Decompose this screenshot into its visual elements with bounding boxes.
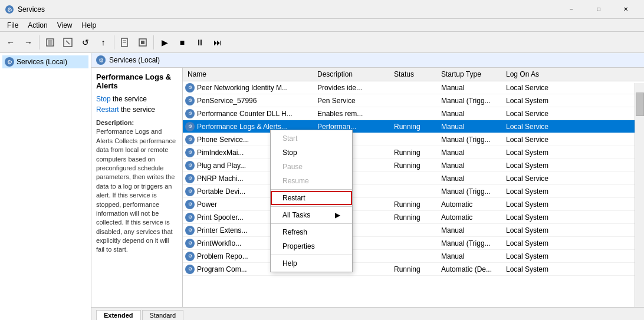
table-row[interactable]: ⚙ Portable Devi... ro... Manual (Trigg..… [183, 185, 644, 198]
toolbar-btn-3[interactable]: ↺ [77, 34, 94, 51]
menu-help[interactable]: Help [77, 20, 101, 31]
table-row[interactable]: ⚙ PenService_57996 Pen Service Manual (T… [183, 94, 644, 107]
ctx-sep [271, 223, 352, 224]
services-header: ⚙ Services (Local) [91, 53, 644, 68]
ctx-item-label: Start [282, 134, 297, 143]
toolbar-forward[interactable]: → [20, 34, 37, 51]
row-icon: ⚙ [185, 161, 195, 170]
ctx-item-help[interactable]: Help [271, 256, 352, 270]
desc-text: Description: Performance Logs and Alerts… [96, 118, 178, 255]
row-name: Problem Repo... [197, 252, 248, 260]
scrollbar[interactable] [635, 83, 644, 307]
ctx-sep [271, 206, 352, 207]
ctx-item-restart[interactable]: Restart [271, 191, 352, 205]
row-name-cell: ⚙ Performance Counter DLL H... [183, 109, 313, 118]
ctx-item-label: Pause [282, 163, 303, 171]
title-bar: ⚙ Services − □ ✕ [0, 0, 644, 19]
ctx-item-properties[interactable]: Properties [271, 239, 352, 253]
tree-icon: ⚙ [5, 57, 14, 67]
maximize-button[interactable]: □ [585, 0, 612, 19]
svg-text:⚙: ⚙ [7, 6, 12, 13]
tree-item-services-local[interactable]: ⚙ Services (Local) [2, 55, 88, 68]
toolbar-btn-6[interactable] [134, 34, 151, 51]
table-row[interactable]: ⚙ Peer Networking Identity M... Provides… [183, 81, 644, 94]
toolbar-btn-4[interactable]: ↑ [95, 34, 111, 51]
row-startup: Manual [436, 84, 501, 92]
svg-rect-3 [48, 40, 52, 45]
ctx-item-stop[interactable]: Stop [271, 146, 352, 160]
table-row[interactable]: ⚙ PrintWorkflo... ip... Manual (Trigg...… [183, 237, 644, 250]
row-icon: ⚙ [185, 148, 195, 157]
menu-view[interactable]: View [52, 20, 77, 31]
row-desc: Pen Service [313, 97, 389, 105]
row-logon: Local System [501, 200, 566, 209]
ctx-item-label: Restart [282, 194, 305, 202]
row-icon: ⚙ [185, 239, 195, 248]
ctx-item-label: All Tasks [282, 211, 310, 219]
ctx-item-all-tasks[interactable]: All Tasks▶ [271, 208, 352, 222]
row-startup: Automatic [436, 213, 501, 222]
menu-file[interactable]: File [2, 20, 23, 31]
row-logon: Local Service [501, 174, 566, 183]
table-row[interactable]: ⚙ Power o... Running Automatic Local Sys… [183, 198, 644, 211]
table-row[interactable]: ⚙ Printer Extens... e... Manual Local Sy… [183, 224, 644, 237]
row-icon: ⚙ [185, 200, 195, 209]
row-desc: Enables rem... [313, 110, 389, 118]
ctx-item-start: Start [271, 131, 352, 146]
col-header-status[interactable]: Status [389, 70, 436, 78]
scrollbar-thumb[interactable] [636, 93, 644, 116]
row-icon: ⚙ [185, 213, 195, 222]
right-panel: ⚙ Services (Local) Performance Logs & Al… [91, 53, 644, 320]
toolbar-back[interactable]: ← [2, 34, 19, 51]
row-status: Running [389, 200, 436, 209]
row-icon: ⚙ [185, 135, 195, 144]
toolbar-sep-2 [114, 35, 114, 50]
toolbar-skip[interactable]: ⏭ [209, 34, 226, 51]
toolbar-pause[interactable]: ⏸ [192, 34, 208, 51]
window-title: Services [18, 5, 558, 14]
col-header-name[interactable]: Name [183, 70, 313, 78]
ctx-item-refresh[interactable]: Refresh [271, 225, 352, 239]
row-icon: ⚙ [185, 109, 195, 118]
row-startup: Manual [436, 226, 501, 235]
row-name-cell: ⚙ PenService_57996 [183, 96, 313, 105]
row-logon: Local System [501, 265, 566, 273]
toolbar-play[interactable]: ▶ [156, 34, 173, 51]
col-header-logon[interactable]: Log On As [501, 70, 566, 78]
ctx-item-resume: Resume [271, 174, 352, 188]
row-logon: Local System [501, 239, 566, 248]
menu-action[interactable]: Action [23, 20, 52, 31]
table-row[interactable]: ⚙ Phone Service... h... Manual (Trigg...… [183, 133, 644, 146]
restart-link[interactable]: Restart [96, 105, 119, 114]
menu-bar: File Action View Help [0, 19, 644, 32]
ctx-sep [271, 255, 352, 255]
col-header-startup[interactable]: Startup Type [436, 70, 501, 78]
table-row[interactable]: ⚙ PNRP Machi... e... Manual Local Servic… [183, 172, 644, 185]
toolbar-btn-5[interactable] [117, 34, 133, 51]
toolbar-btn-2[interactable] [60, 34, 76, 51]
row-status: Running [389, 161, 436, 170]
table-row[interactable]: ⚙ Performance Logs & Alerts... Performan… [183, 120, 644, 133]
tab-extended[interactable]: Extended [96, 310, 141, 320]
table-row[interactable]: ⚙ Program Com... ... Running Automatic (… [183, 263, 644, 276]
toolbar-stop[interactable]: ■ [174, 34, 190, 51]
row-startup: Manual [436, 110, 501, 118]
stop-link[interactable]: Stop [96, 95, 111, 103]
row-logon: Local System [501, 187, 566, 196]
row-icon: ⚙ [185, 187, 195, 196]
row-name: PrintWorkflo... [197, 239, 241, 248]
row-startup: Manual [436, 149, 501, 157]
close-button[interactable]: ✕ [612, 0, 639, 19]
table-row[interactable]: ⚙ Performance Counter DLL H... Enables r… [183, 107, 644, 120]
minimize-button[interactable]: − [558, 0, 585, 19]
table-row[interactable]: ⚙ Print Spooler... ... Running Automatic… [183, 211, 644, 224]
row-name: Performance Counter DLL H... [197, 110, 293, 118]
col-header-desc[interactable]: Description [313, 70, 389, 78]
restart-text: the service [119, 105, 155, 114]
table-row[interactable]: ⚙ Problem Repo... e... Manual Local Syst… [183, 250, 644, 263]
table-row[interactable]: ⚙ Plug and Play... o... Running Manual L… [183, 159, 644, 172]
toolbar-btn-1[interactable] [42, 34, 58, 51]
tab-standard[interactable]: Standard [142, 310, 184, 320]
table-row[interactable]: ⚙ PimIndexMai... nt... Running Manual Lo… [183, 146, 644, 159]
row-startup: Manual (Trigg... [436, 239, 501, 248]
